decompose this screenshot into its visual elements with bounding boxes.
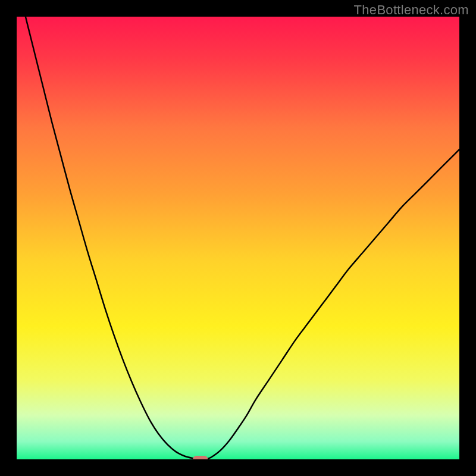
watermark-text: TheBottleneck.com <box>354 2 469 18</box>
chart-container: TheBottleneck.com <box>0 0 476 476</box>
plot-svg <box>17 17 459 459</box>
min_marker <box>193 456 208 459</box>
plot-area <box>17 17 459 459</box>
